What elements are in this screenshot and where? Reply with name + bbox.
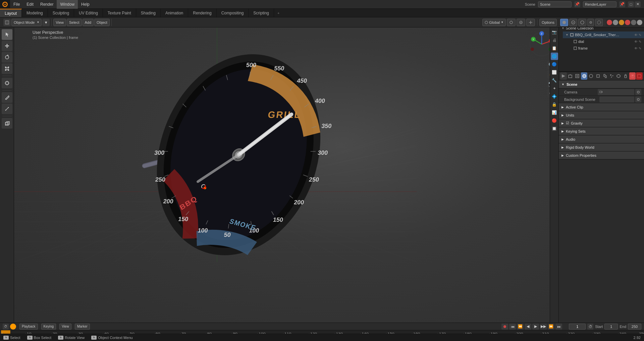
viewport-shading-material[interactable] bbox=[569, 19, 577, 26]
select-menu-btn[interactable]: Select bbox=[67, 19, 82, 26]
tab-layout[interactable]: Layout bbox=[0, 9, 22, 17]
color-icon-red[interactable] bbox=[607, 20, 612, 25]
render-layer-input[interactable]: RenderLayer bbox=[583, 1, 616, 7]
marker-menu-btn[interactable]: Marker bbox=[75, 324, 90, 330]
viewport-overlay-toggle[interactable]: ⊙ bbox=[587, 19, 594, 26]
custom-properties-header[interactable]: ▶ Custom Properties bbox=[559, 151, 644, 159]
camera-browse-btn[interactable] bbox=[635, 89, 641, 95]
color-icon-dark[interactable] bbox=[631, 20, 636, 25]
gravity-checkbox[interactable]: ☑ bbox=[566, 121, 569, 125]
outliner-frame[interactable]: ▶ frame 👁 ✎ bbox=[567, 45, 644, 52]
view-menu-btn[interactable]: View bbox=[59, 324, 71, 330]
color-icon-red2[interactable] bbox=[625, 20, 630, 25]
menu-edit[interactable]: Edit bbox=[23, 0, 37, 9]
props-output-tab[interactable] bbox=[567, 72, 574, 80]
tab-rendering[interactable]: Rendering bbox=[188, 9, 216, 17]
transform-pivot-btn[interactable] bbox=[526, 19, 535, 26]
audio-header[interactable]: ▶ Audio bbox=[559, 135, 644, 143]
props-world-icon[interactable]: 🔵 bbox=[551, 61, 558, 68]
sidebar-cursor-tool[interactable] bbox=[2, 29, 12, 40]
color-icon-light[interactable] bbox=[637, 20, 642, 25]
tab-add-button[interactable]: + bbox=[274, 9, 283, 17]
props-object-icon[interactable]: ⬜ bbox=[551, 69, 558, 76]
sidebar-annotate-tool[interactable] bbox=[2, 92, 12, 103]
props-modifier-tab[interactable] bbox=[601, 72, 608, 80]
play-btn[interactable]: ▶ bbox=[532, 324, 539, 330]
prev-keyframe-btn[interactable]: ⏪ bbox=[517, 324, 524, 330]
snap-icon-btn[interactable] bbox=[507, 19, 516, 26]
gravity-header[interactable]: ▶ ☑ Gravity bbox=[559, 119, 644, 127]
tab-texture-paint[interactable]: Texture Paint bbox=[103, 9, 136, 17]
maximize-icon[interactable]: □ bbox=[628, 1, 634, 7]
background-scene-field[interactable] bbox=[599, 96, 635, 103]
background-scene-browse-btn[interactable] bbox=[635, 96, 641, 103]
menu-window[interactable]: Window bbox=[57, 0, 78, 9]
tab-uv-editing[interactable]: UV Editing bbox=[74, 9, 103, 17]
outliner-gauge-object[interactable]: ▼ BBQ_Grill_Smoker_Thermometer_Gauge 👁 ✎ bbox=[563, 31, 644, 38]
timeline-editor-icon[interactable]: ⏱ bbox=[3, 324, 9, 330]
props-constraints-tab[interactable] bbox=[622, 72, 629, 80]
record-btn[interactable] bbox=[501, 324, 508, 330]
sidebar-rotate-tool[interactable] bbox=[2, 52, 12, 63]
scene-name-input[interactable]: Scene bbox=[538, 1, 572, 7]
viewport-xray-toggle[interactable] bbox=[595, 19, 603, 26]
step-back-btn[interactable]: ◀ bbox=[525, 324, 531, 330]
props-view-layer-icon[interactable]: 📋 bbox=[551, 45, 558, 52]
color-icon-orange[interactable] bbox=[619, 20, 624, 25]
sidebar-transform-tool[interactable] bbox=[2, 78, 12, 88]
props-shaderfx-icon[interactable]: 🔲 bbox=[551, 125, 558, 132]
current-frame-input[interactable]: 1 bbox=[569, 324, 586, 330]
sidebar-scale-tool[interactable] bbox=[2, 63, 12, 74]
menu-file[interactable]: File bbox=[10, 0, 23, 9]
scene-pin-icon[interactable]: 📌 bbox=[574, 1, 580, 7]
props-shaderfx-tab[interactable] bbox=[636, 72, 643, 80]
menu-help[interactable]: Help bbox=[78, 0, 93, 9]
props-data-icon[interactable]: 📊 bbox=[551, 109, 558, 116]
props-render-tab[interactable] bbox=[560, 72, 567, 80]
props-constraints-icon[interactable]: 🔒 bbox=[551, 101, 558, 108]
viewport-type-icon[interactable] bbox=[3, 19, 11, 26]
props-particles-icon[interactable]: ✦ bbox=[551, 85, 558, 92]
props-physics-tab[interactable] bbox=[615, 72, 622, 80]
viewport-shading-solid[interactable] bbox=[560, 19, 568, 26]
proportional-btn[interactable] bbox=[517, 19, 525, 26]
tab-compositing[interactable]: Compositing bbox=[217, 9, 249, 17]
tab-sculpting[interactable]: Sculpting bbox=[48, 9, 74, 17]
options-btn[interactable]: Options bbox=[539, 19, 557, 26]
sidebar-add-cube-tool[interactable] bbox=[2, 118, 12, 129]
add-menu-btn[interactable]: Add bbox=[83, 19, 94, 26]
props-scene-icon[interactable]: 🌐 bbox=[551, 53, 558, 60]
mode-extra-icon[interactable]: ▼ bbox=[42, 19, 50, 26]
jump-start-btn[interactable]: ⏮ bbox=[509, 324, 516, 330]
next-keyframe-btn[interactable]: ⏩ bbox=[548, 324, 554, 330]
start-frame-input[interactable]: 1 bbox=[604, 324, 618, 330]
props-physics-icon[interactable]: 💠 bbox=[551, 93, 558, 100]
object-mode-dropdown[interactable]: Object Mode ▼ bbox=[11, 19, 42, 26]
sidebar-move-tool[interactable] bbox=[2, 41, 12, 51]
outliner-dial[interactable]: ▶ dial 👁 ✎ bbox=[567, 38, 644, 45]
playback-menu-btn[interactable]: Playback bbox=[19, 324, 38, 330]
camera-value-field[interactable] bbox=[598, 89, 635, 95]
close-icon[interactable]: ✕ bbox=[635, 1, 641, 7]
view-menu-btn[interactable]: View bbox=[53, 19, 66, 26]
timecode-icon[interactable]: ⏱ bbox=[587, 324, 593, 330]
props-material-icon[interactable]: 🔴 bbox=[551, 117, 558, 124]
props-viewlayer-tab[interactable] bbox=[574, 72, 581, 80]
main-viewport[interactable]: 500 550 450 400 350 300 250 200 150 100 … bbox=[14, 27, 558, 323]
props-world-tab[interactable] bbox=[588, 72, 594, 80]
sidebar-measure-tool[interactable] bbox=[2, 104, 12, 114]
rigid-body-world-header[interactable]: ▶ Rigid Body World bbox=[559, 143, 644, 151]
tab-shading[interactable]: Shading bbox=[136, 9, 161, 17]
props-output-icon[interactable]: 🖨 bbox=[551, 37, 558, 44]
props-particles-tab[interactable] bbox=[608, 72, 615, 80]
props-modifier-icon[interactable]: 🔧 bbox=[551, 77, 558, 84]
active-clip-header[interactable]: ▶ Active Clip bbox=[559, 103, 644, 111]
jump-end-btn[interactable]: ⏭ bbox=[555, 324, 562, 330]
step-fwd-btn[interactable]: ▶▶ bbox=[540, 324, 547, 330]
object-menu-btn[interactable]: Object bbox=[94, 19, 110, 26]
3d-cursor[interactable] bbox=[201, 184, 206, 189]
tab-scripting[interactable]: Scripting bbox=[249, 9, 274, 17]
scene-section-header[interactable]: ▼ Scene bbox=[559, 80, 644, 88]
transform-orientation-dropdown[interactable]: Global ▼ bbox=[482, 19, 506, 26]
keying-menu-btn[interactable]: Keying bbox=[41, 324, 56, 330]
